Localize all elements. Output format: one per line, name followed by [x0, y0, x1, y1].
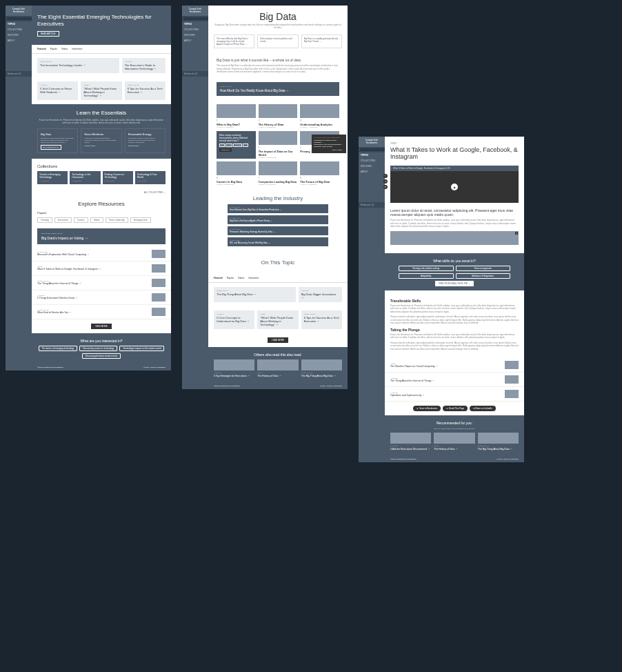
case-study-item[interactable]: CASE STUDYHow Walmart Uses Big Data to S…	[228, 204, 328, 213]
topic-card[interactable]: INTERACTIVEThe Big Thing About Big Data …	[214, 287, 296, 302]
quiz-option[interactable]: 1M	[243, 144, 248, 147]
nav-collections[interactable]: COLLECTIONS	[182, 27, 208, 32]
topic-card[interactable]: ARTICLEBig Data, Bigger Innovations →	[299, 287, 342, 302]
rec-card[interactable]: ARTICLE5 Articles Executives Recommend →	[390, 433, 431, 451]
tooltip-link[interactable]: Executing Sales Growth →	[314, 146, 344, 148]
nav-discover[interactable]: DISCOVER	[6, 32, 32, 38]
quiz-option[interactable]: 100,000	[233, 144, 242, 147]
bookmarks-link[interactable]: Bookmarks (2)	[6, 71, 32, 77]
email-icon[interactable]: ✉	[383, 179, 388, 184]
find-out-button[interactable]: FIND OUT	[219, 148, 232, 152]
also-card[interactable]: ARTICLE5 Top Strategies for Executives →	[214, 359, 254, 377]
nav-collections[interactable]: COLLECTIONS	[6, 27, 32, 32]
featured-resource[interactable]: FEATURED INTERACTIVE Big Data's Impact o…	[37, 228, 165, 244]
article-card[interactable]: INTERACTIVE6 Tips for Success As a Tech …	[125, 81, 165, 100]
info-box[interactable]: Big Data is a rapidly growing industry. …	[301, 34, 342, 48]
nav-topics[interactable]: TOPICS	[359, 152, 385, 158]
tab-popular[interactable]: Popular	[50, 48, 57, 50]
nav-collections[interactable]: COLLECTIONS	[359, 158, 385, 164]
skill-pill[interactable]: Strategy and problem-solving	[399, 266, 454, 271]
rec-card[interactable]: TOPICThe History of Data →	[434, 433, 474, 451]
facebook-icon[interactable]: f	[383, 174, 388, 178]
case-study-item[interactable]: CASE STUDYIDC and Measuring Trends With …	[228, 237, 328, 246]
tag-filter[interactable]: Careers	[74, 217, 88, 223]
find-job-button[interactable]: FIND YOUR IDEAL TECH JOB →	[435, 281, 473, 286]
list-item[interactable]: INTERACTIVEThe Thing About the Internet …	[32, 276, 171, 290]
tab-interactives[interactable]: Interactives	[72, 48, 82, 50]
grid-card[interactable]: 2The History of Data1 video • 2 interact…	[259, 104, 298, 128]
explore-button[interactable]: EXPLORE BIG DATA	[41, 145, 61, 150]
nav-discover[interactable]: DISCOVER	[182, 32, 208, 38]
skill-pill[interactable]: Adaptability	[399, 273, 454, 279]
tab[interactable]: Interactives	[248, 277, 259, 279]
info-box[interactable]: Data analysis reveals patterns and trend…	[257, 34, 298, 48]
topic-card[interactable]: ARTICLE5 Core Concepts to Understand on …	[214, 310, 254, 329]
nav-topics[interactable]: TOPICS	[182, 21, 208, 27]
case-study-item[interactable]: CASE STUDYPetsmart's Marketing Strategy …	[228, 226, 328, 235]
quiz-card[interactable]: How many customer transactions does Walm…	[217, 131, 256, 159]
linkedin-share-button[interactable]: in Share on LinkedIn	[470, 406, 496, 411]
tab-featured[interactable]: Featured	[37, 48, 46, 50]
list-item[interactable]: INTERACTIVEWhat Kind of Hacker Are You →	[32, 305, 171, 319]
nav-about[interactable]: ABOUT	[359, 169, 385, 175]
tag-filter[interactable]: Trending	[37, 217, 52, 223]
grid-card[interactable]: 1What is Big Data?2 videos • 1 interacti…	[217, 104, 256, 128]
ad-banner[interactable]: ×	[390, 231, 519, 245]
list-item[interactable]: ARTICLE5 Things Executives Need to Know …	[32, 290, 171, 305]
play-icon[interactable]: ▶	[451, 184, 458, 190]
nav-about[interactable]: ABOUT	[182, 38, 208, 43]
list-item[interactable]: CASE STUDYMicrosoft's Exploration With C…	[32, 247, 171, 261]
tag-filter[interactable]: Videos	[90, 217, 103, 223]
cta-card[interactable]: INTERACTIVE How Much Do You Really Know …	[217, 82, 339, 96]
interest-pill[interactable]: Discussing the latest trends in tech	[82, 353, 121, 359]
collection-card[interactable]: Technology in the Classroom3 ARTICLES	[70, 171, 100, 184]
grid-card[interactable]: 3Understanding Analytics2 videos • 1 int…	[300, 104, 339, 128]
read-article-button[interactable]: READ ARTICLE	[37, 31, 59, 37]
interest-pill[interactable]: Technology's impact on the modern world	[119, 346, 164, 351]
footer-links[interactable]: Privacy | Terms & Conditions	[143, 366, 165, 368]
grid-card[interactable]: 4The Impact of Data on Our World2 videos…	[259, 131, 298, 159]
skill-pill[interactable]: Team management	[456, 266, 511, 271]
tag-filter[interactable]: Interactives	[54, 217, 72, 223]
essential-card[interactable]: Renewable EnergyRenewable energy is ener…	[125, 128, 165, 153]
interest-pill[interactable]: The basics of emerging technology	[39, 346, 78, 351]
featured-card[interactable]: INTERACTIVEThe Innovative Technology Lea…	[37, 58, 119, 73]
footer-links[interactable]: Privacy | Terms & Conditions	[320, 385, 342, 387]
article-card[interactable]: ARTICLE5 Tech Concepts to Share With Stu…	[37, 81, 78, 100]
essential-card[interactable]: Big DataBig data is a term used to refer…	[37, 128, 78, 153]
grid-card[interactable]: 7Companies Leading Big Data2 videos • 1 …	[259, 161, 298, 186]
tag-filter[interactable]: Team Leadership	[106, 217, 128, 223]
footer-links[interactable]: Privacy | Terms & Conditions	[496, 458, 519, 460]
article-card[interactable]: VIDEO"What I Wish People Knew About Work…	[81, 81, 121, 100]
related-item[interactable]: ARTICLECyberbots and Cybersecurity →	[385, 387, 524, 402]
load-more-button[interactable]: LOAD MORE	[268, 337, 288, 343]
linkedin-icon[interactable]: in	[383, 185, 388, 189]
collection-card[interactable]: Technology & Your World4 ARTICLES	[135, 171, 165, 184]
grid-card[interactable]: 8The Future of Big Data1 video • 1 inter…	[300, 161, 339, 186]
search[interactable]: ⌕	[182, 16, 208, 21]
search[interactable]: ⌕	[359, 147, 385, 152]
case-study-item[interactable]: CASE STUDYBig Data is the Key to Apple's…	[228, 215, 328, 224]
also-card[interactable]: INTERACTIVEThe Big Thing About Big Data …	[301, 359, 342, 377]
tag-filter[interactable]: Emerging Tech	[130, 217, 151, 223]
view-more-link[interactable]: VIEW MORE →	[314, 149, 344, 151]
all-collections-link[interactable]: ALL COLLECTIONS →	[32, 190, 171, 195]
quiz-option[interactable]: 1,000	[225, 144, 232, 147]
also-card[interactable]: TOPICThe History of Data →	[257, 359, 298, 377]
essential-card[interactable]: Smart MedicineMedicines can be programme…	[81, 128, 121, 153]
list-item[interactable]: VIDEOWhat It Takes to Work at Google, Fa…	[32, 261, 171, 276]
bookmarks-link[interactable]: Bookmarks (2)	[182, 71, 208, 77]
tab[interactable]: Videos	[238, 277, 244, 279]
close-icon[interactable]: ×	[515, 232, 518, 235]
bookmarks-link[interactable]: Bookmarks (2)	[359, 202, 385, 208]
search[interactable]: ⌕	[6, 16, 32, 21]
video-frame[interactable]: ▶	[390, 171, 519, 203]
interest-pill[interactable]: Discovering careers in technology	[79, 346, 117, 351]
rec-card[interactable]: INTERACTIVEThe Big Thing About Big Data …	[478, 433, 519, 451]
featured-card[interactable]: ARTICLEThe Executive's Guide to Informat…	[122, 58, 165, 73]
nav-about[interactable]: ABOUT	[6, 38, 32, 43]
quiz-option[interactable]: 100	[219, 144, 225, 147]
collection-card[interactable]: Trends in Emerging Technology4 ARTICLES	[37, 171, 68, 184]
nav-discover[interactable]: DISCOVER	[359, 164, 385, 169]
related-item[interactable]: VIDEOThe Weather Report on Cloud Computi…	[385, 358, 524, 373]
